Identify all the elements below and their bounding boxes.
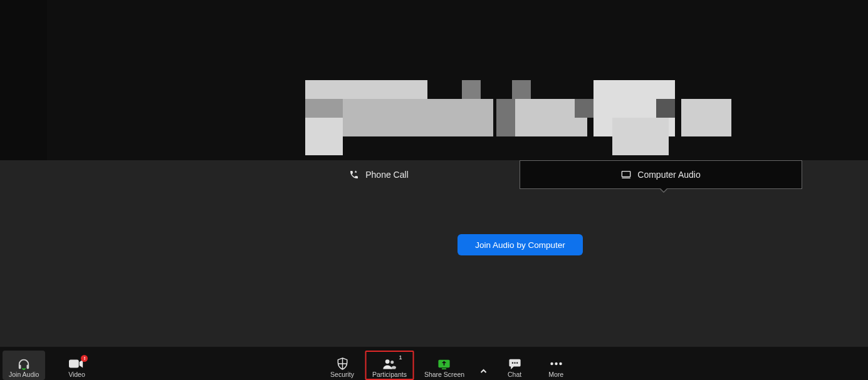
participants-icon: 1 xyxy=(382,357,396,370)
chevron-up-icon xyxy=(479,365,487,377)
svg-point-12 xyxy=(550,362,553,365)
svg-rect-0 xyxy=(622,172,630,177)
more-button[interactable]: More xyxy=(537,351,575,380)
chat-label: Chat xyxy=(508,371,521,378)
share-screen-button[interactable]: Share Screen xyxy=(418,351,471,380)
video-alert-badge: ! xyxy=(81,355,88,362)
audio-tabs: Phone Call Computer Audio xyxy=(238,160,802,189)
svg-rect-4 xyxy=(69,360,79,368)
monitor-icon xyxy=(621,170,631,179)
security-button[interactable]: Security xyxy=(323,351,361,380)
headphones-icon xyxy=(17,357,31,370)
chat-icon xyxy=(508,357,521,370)
share-screen-menu-caret[interactable] xyxy=(474,351,492,380)
shield-icon xyxy=(337,357,348,370)
share-screen-icon xyxy=(437,357,451,370)
bottom-toolbar: Join Audio ! Video Security 1 xyxy=(0,347,868,380)
svg-point-11 xyxy=(516,362,518,363)
svg-rect-2 xyxy=(19,365,21,369)
join-audio-label: Join Audio xyxy=(9,371,39,378)
participants-label: Participants xyxy=(372,371,407,378)
svg-point-13 xyxy=(555,362,557,365)
participants-button[interactable]: 1 Participants xyxy=(365,351,414,380)
tab-computer-label: Computer Audio xyxy=(637,170,700,180)
svg-point-9 xyxy=(511,362,513,363)
left-dark-strip xyxy=(0,0,47,160)
join-audio-button[interactable]: Join Audio xyxy=(3,351,45,380)
tab-computer-audio[interactable]: Computer Audio xyxy=(520,160,802,189)
svg-rect-3 xyxy=(27,365,29,369)
svg-rect-8 xyxy=(442,368,446,369)
video-icon: ! xyxy=(69,357,84,370)
svg-point-10 xyxy=(514,362,515,363)
chat-button[interactable]: Chat xyxy=(496,351,533,380)
video-label: Video xyxy=(68,371,85,378)
phone-icon xyxy=(349,170,359,180)
start-video-button[interactable]: ! Video xyxy=(58,351,95,380)
more-icon xyxy=(549,357,563,370)
meeting-window: Phone Call Computer Audio Join Audio by … xyxy=(0,0,868,380)
redacted-name xyxy=(305,80,731,155)
more-label: More xyxy=(548,371,563,378)
svg-point-14 xyxy=(559,362,562,365)
tab-phone-label: Phone Call xyxy=(365,170,409,180)
svg-point-5 xyxy=(385,359,390,364)
participants-count: 1 xyxy=(399,355,402,361)
tab-phone-call[interactable]: Phone Call xyxy=(238,160,520,189)
share-screen-label: Share Screen xyxy=(424,371,464,378)
svg-point-6 xyxy=(390,361,394,364)
security-label: Security xyxy=(330,371,354,378)
join-audio-by-computer-button[interactable]: Join Audio by Computer xyxy=(458,234,583,255)
tab-pointer xyxy=(659,188,668,193)
